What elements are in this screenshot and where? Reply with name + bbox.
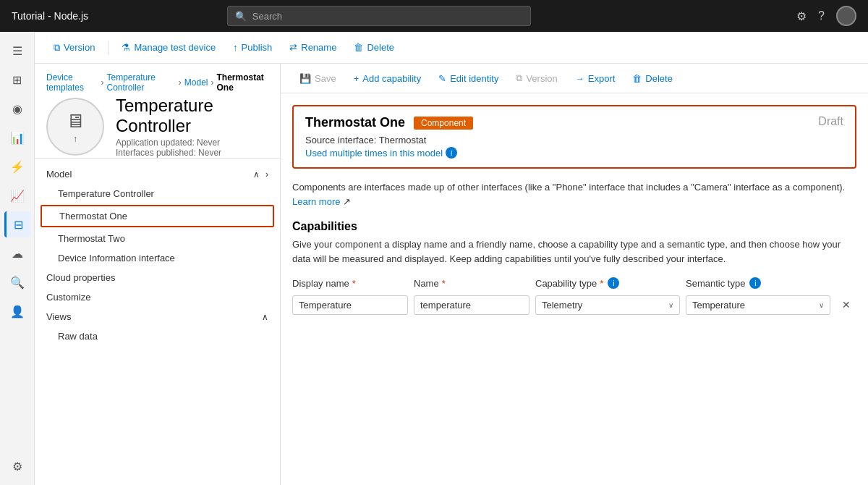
breadcrumb-temperature-controller[interactable]: Temperature Controller: [107, 72, 176, 93]
component-badge: Component: [414, 117, 473, 130]
semantic-info-icon[interactable]: i: [749, 277, 761, 289]
device-meta: Application updated: Never Interfaces pu…: [116, 138, 268, 158]
info-icon[interactable]: i: [446, 147, 457, 159]
search-icon: 🔍: [235, 11, 247, 22]
learn-more-link[interactable]: Learn more: [292, 196, 340, 207]
left-panel: Device templates › Temperature Controlle…: [35, 64, 281, 485]
version-sub-icon: ⧉: [516, 72, 522, 84]
description-text: Components are interfaces made up of oth…: [292, 180, 856, 208]
tree-item-thermostat-one[interactable]: Thermostat One: [41, 205, 274, 227]
breadcrumb: Device templates › Temperature Controlle…: [46, 72, 268, 93]
device-info: Temperature Controller Application updat…: [116, 96, 268, 158]
sub-toolbar: 💾 Save + Add capability ✎ Edit identity …: [281, 64, 868, 93]
export-button[interactable]: → Export: [568, 70, 623, 87]
rail-settings[interactable]: ⚙: [4, 453, 30, 479]
views-label: Views: [46, 311, 71, 322]
required-star-3: *: [600, 278, 603, 289]
tree-item-cloud-properties[interactable]: Cloud properties: [35, 268, 280, 287]
tree-item-temperature-controller[interactable]: Temperature Controller: [35, 184, 280, 203]
semantic-type-value: Temperature: [692, 300, 745, 311]
publish-button[interactable]: ↑ Publish: [226, 39, 279, 56]
breadcrumb-sep-3: ›: [211, 77, 214, 88]
name-label: Name *: [414, 278, 529, 289]
top-bar: Tutorial - Node.js 🔍 ⚙ ?: [0, 0, 868, 32]
rail-hamburger[interactable]: ☰: [4, 38, 30, 64]
model-tree: Model ∧ › Temperature Controller Thermos…: [35, 159, 280, 485]
fields-header: Display name * Name * Capability type * …: [292, 277, 856, 289]
rail-template[interactable]: ⊟: [4, 211, 30, 237]
capability-info-icon[interactable]: i: [608, 277, 619, 289]
rail-grid[interactable]: ⊞: [4, 67, 30, 93]
fields-row: Telemetry ∨ Temperature ∨ ✕ ∨: [292, 295, 856, 315]
delete-icon: 🗑: [354, 42, 363, 53]
row-delete-button[interactable]: ✕: [836, 295, 856, 315]
tree-item-thermostat-two[interactable]: Thermostat Two: [35, 229, 280, 248]
right-panel: 💾 Save + Add capability ✎ Edit identity …: [281, 64, 868, 485]
delete-sub-icon: 🗑: [632, 73, 642, 84]
rail-chart[interactable]: 📊: [4, 125, 30, 151]
publish-icon: ↑: [233, 42, 238, 53]
model-label: Model: [46, 169, 72, 180]
tree-item-customize[interactable]: Customize: [35, 287, 280, 307]
collapse-icon[interactable]: ∧: [253, 169, 260, 180]
breadcrumb-device-templates[interactable]: Device templates: [46, 72, 98, 93]
capability-type-select[interactable]: Telemetry ∨: [535, 295, 680, 315]
search-bar[interactable]: 🔍: [227, 6, 531, 26]
delete-sub-button[interactable]: 🗑 Delete: [625, 70, 680, 87]
views-section-header[interactable]: Views ∧: [35, 307, 280, 326]
search-input[interactable]: [252, 11, 523, 22]
breadcrumb-model[interactable]: Model: [184, 77, 208, 88]
rail-users[interactable]: 👤: [4, 298, 30, 324]
edit-identity-icon: ✎: [438, 73, 446, 84]
manage-test-button[interactable]: ⚗ Manage test device: [114, 39, 223, 56]
help-icon[interactable]: ?: [818, 9, 825, 22]
component-source: Source interface: Thermostat: [305, 135, 843, 146]
save-button[interactable]: 💾 Save: [292, 70, 344, 87]
component-used: Used multiple times in this model i: [305, 147, 843, 159]
component-card: Thermostat One Component Draft Source in…: [292, 105, 856, 169]
meta-updated: Application updated: Never: [116, 138, 220, 148]
display-name-label: Display name *: [292, 278, 408, 289]
expand-icon[interactable]: ›: [265, 169, 268, 180]
breadcrumb-current: Thermostat One: [217, 72, 268, 93]
icon-rail: ☰ ⊞ ◉ 📊 ⚡ 📈 ⊟ ☁ 🔍 👤 ⚙: [0, 32, 35, 485]
gear-icon[interactable]: ⚙: [796, 9, 807, 23]
manage-test-icon: ⚗: [122, 42, 130, 53]
detail-area: Thermostat One Component Draft Source in…: [281, 93, 868, 326]
version-button[interactable]: ⧉ Version: [46, 39, 102, 56]
add-capability-button[interactable]: + Add capability: [346, 70, 429, 87]
capability-type-value: Telemetry: [542, 300, 582, 311]
tree-item-device-information[interactable]: Device Information interface: [35, 248, 280, 268]
app-body: ☰ ⊞ ◉ 📊 ⚡ 📈 ⊟ ☁ 🔍 👤 ⚙ ⧉ Version ⚗ Manage…: [0, 32, 868, 485]
rail-search2[interactable]: 🔍: [4, 269, 30, 295]
export-icon: →: [575, 73, 584, 84]
capability-type-chevron: ∨: [668, 301, 673, 309]
rail-globe[interactable]: ◉: [4, 96, 30, 122]
tree-item-raw-data[interactable]: Raw data: [35, 326, 280, 346]
semantic-type-select[interactable]: Temperature ∨: [686, 295, 830, 315]
semantic-type-chevron: ∨: [819, 301, 824, 309]
breadcrumb-sep-1: ›: [101, 77, 104, 88]
views-chevron[interactable]: ∧: [262, 312, 268, 322]
delete-button[interactable]: 🗑 Delete: [346, 39, 401, 56]
capabilities-desc: Give your component a display name and a…: [292, 237, 856, 266]
avatar[interactable]: [836, 6, 856, 26]
save-icon: 💾: [299, 73, 311, 84]
header-section: Device templates › Temperature Controlle…: [35, 64, 280, 159]
rail-cloud[interactable]: ☁: [4, 240, 30, 266]
rail-lightning[interactable]: ⚡: [4, 153, 30, 180]
rename-button[interactable]: ⇄ Rename: [282, 39, 344, 56]
display-name-input[interactable]: [292, 295, 408, 315]
breadcrumb-sep-2: ›: [179, 77, 182, 88]
version-sub-button[interactable]: ⧉ Version: [509, 69, 564, 87]
component-title: Thermostat One: [305, 115, 405, 130]
top-bar-icons: ⚙ ?: [796, 6, 856, 26]
edit-identity-button[interactable]: ✎ Edit identity: [431, 70, 506, 87]
device-title: Temperature Controller: [116, 96, 268, 136]
meta-published: Interfaces published: Never: [116, 148, 221, 158]
capability-type-label: Capability type * i: [535, 277, 680, 289]
model-section-header[interactable]: Model ∧ ›: [35, 164, 280, 184]
header-main: 🖥 ↑ Temperature Controller Application u…: [46, 96, 268, 158]
rail-graph[interactable]: 📈: [4, 182, 30, 208]
name-input[interactable]: [414, 295, 529, 315]
